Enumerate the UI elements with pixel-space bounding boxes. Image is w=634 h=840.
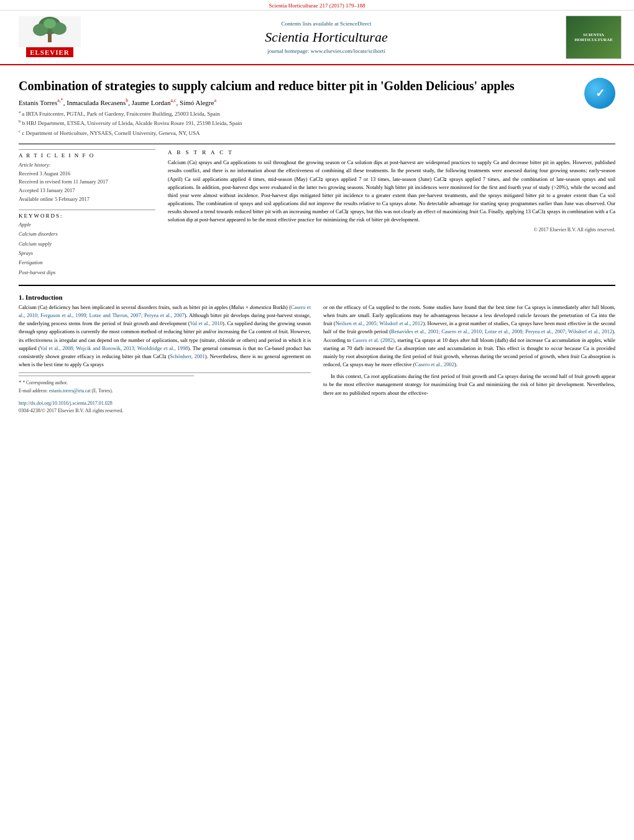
sciencedirect-text[interactable]: ScienceDirect [340,21,371,27]
svg-rect-4 [48,34,52,42]
article-info-heading: A R T I C L E I N F O [19,152,155,159]
elsevier-logo-area: ELSEVIER [12,16,87,58]
article-info-box: A R T I C L E I N F O Article history: R… [19,149,155,203]
doi-link[interactable]: http://dx.doi.org/10.1016/j.scienta.2017… [19,400,311,407]
article-info-column: A R T I C L E I N F O Article history: R… [19,149,155,277]
email-line: E-mail address: estanis.torres@irta.cat … [19,387,311,395]
svg-point-5 [44,19,56,29]
article-info-abstract: A R T I C L E I N F O Article history: R… [19,144,615,277]
citation-text: Scientia Horticulturae 217 (2017) 179–18… [269,2,365,9]
body-columns: Calcium (Ca) deficiency has been implica… [19,303,615,415]
crossmark-badge: ✓ [584,78,615,109]
journal-title: Scientia Horticulturae [87,29,566,45]
elsevier-label: ELSEVIER [26,47,73,57]
journal-center-info: Contents lists available at ScienceDirec… [87,21,566,54]
abstract-text: Calcium (Ca) sprays and Ca applications … [168,159,615,224]
received-date: Received 3 August 2016 [19,170,155,178]
article-body: Combination of strategies to supply calc… [0,65,634,422]
corresponding-author: * * Corresponding author. [19,379,311,387]
section-1-heading: 1. Introduction [19,293,615,301]
received-revised-date: Received in revised form 11 January 2017 [19,178,155,187]
article-history: Article history: Received 3 August 2016 … [19,161,155,203]
issn-line: 0304-4238/© 2017 Elsevier B.V. All right… [19,407,311,415]
affiliations: a a IRTA Fruitcentre, PGTAL, Park of Gar… [19,109,615,138]
homepage-url[interactable]: www.elsevier.com/locate/scihorti [311,48,385,54]
body-para-3: In this context, Ca root applications du… [323,372,615,397]
keywords-box: Keywords: AppleCalcium disordersCalcium … [19,210,155,277]
author-email[interactable]: estanis.torres@irta.cat [49,388,91,394]
article-title-area: Combination of strategies to supply calc… [19,78,615,94]
body-para-2: or on the efficacy of Ca supplied to the… [323,303,615,369]
accepted-date: Accepted 13 January 2017 [19,187,155,195]
journal-logo-image: SCIENTIA HORTICULTURAE [566,16,622,59]
footnote-area: * * Corresponding author. E-mail address… [19,372,311,395]
journal-header: ELSEVIER Contents lists available at Sci… [0,11,634,65]
sciencedirect-link: Contents lists available at ScienceDirec… [87,21,566,27]
copyright: © 2017 Elsevier B.V. All rights reserved… [168,227,615,233]
journal-citation: Scientia Horticulturae 217 (2017) 179–18… [0,0,634,11]
affiliation-a: a a IRTA Fruitcentre, PGTAL, Park of Gar… [19,109,615,119]
body-para-1: Calcium (Ca) deficiency has been implica… [19,303,311,369]
abstract-column: A B S T R A C T Calcium (Ca) sprays and … [168,149,615,277]
article-title: Combination of strategies to supply calc… [19,78,569,94]
elsevier-tree-icon [19,16,81,47]
available-date: Available online 5 February 2017 [19,195,155,204]
body-column-1: Calcium (Ca) deficiency has been implica… [19,303,311,415]
history-heading: Article history: [19,161,155,170]
section-divider [19,285,615,286]
authors: Estanis Torresa,*, Inmaculada Recasensb,… [19,98,615,106]
doi-area: http://dx.doi.org/10.1016/j.scienta.2017… [19,400,311,415]
abstract-heading: A B S T R A C T [168,149,615,155]
journal-homepage: journal homepage: www.elsevier.com/locat… [87,48,566,54]
keywords-list: AppleCalcium disordersCalcium supplySpra… [19,220,155,277]
footnote-line [19,376,194,376]
affiliation-c: c c Department of Horticulture, NYSAES, … [19,128,615,138]
keywords-heading: Keywords: [19,213,155,219]
affiliation-b: b b HBJ Department, ETSEA, University of… [19,118,615,128]
body-column-2: or on the efficacy of Ca supplied to the… [323,303,615,415]
